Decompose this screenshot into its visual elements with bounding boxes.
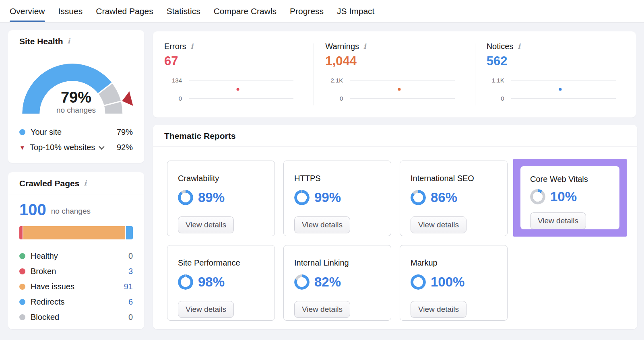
bar-segment-redirects[interactable] xyxy=(126,226,133,239)
view-details-button[interactable]: View details xyxy=(411,216,466,233)
green-dot-icon xyxy=(19,253,25,259)
site-health-value: 79% xyxy=(8,89,144,105)
legend-label: Healthy xyxy=(31,251,58,261)
report-card-international-seo: International SEO 86% View details xyxy=(400,161,508,236)
plot-area xyxy=(350,80,454,99)
crawled-pages-title: Crawled Pages xyxy=(19,179,79,188)
site-health-card: Site Health 79% no changes Your site 79%… xyxy=(8,30,144,163)
y-axis-labels: 1.1K 0 xyxy=(487,80,504,99)
legend-label: Broken xyxy=(31,267,56,276)
report-card-https: HTTPS 99% View details xyxy=(283,161,391,236)
warnings-stat: Warnings 1,044 2.1K 0 xyxy=(314,31,475,117)
red-triangle-icon: ▼ xyxy=(19,144,25,151)
site-health-gauge: 79% no changes xyxy=(8,60,144,122)
axis-min-label: 0 xyxy=(340,95,343,102)
crawled-total: 100 xyxy=(19,202,46,218)
info-icon[interactable] xyxy=(190,43,193,50)
view-details-button[interactable]: View details xyxy=(411,301,466,318)
tab-compare-crawls[interactable]: Compare Crawls xyxy=(214,0,277,22)
tab-overview[interactable]: Overview xyxy=(10,0,45,22)
score-donut-chart xyxy=(178,274,193,290)
data-point-dot xyxy=(237,88,239,91)
chevron-down-icon[interactable] xyxy=(99,144,105,150)
crawled-pages-legend: Healthy 0 Broken 3 Have issues 91 Redire… xyxy=(19,248,133,325)
blue-dot-icon xyxy=(19,129,25,135)
notices-count[interactable]: 562 xyxy=(487,54,636,68)
warnings-sparkline-chart: 2.1K 0 xyxy=(325,80,475,99)
notices-stat: Notices 562 1.1K 0 xyxy=(475,31,636,117)
report-title: Crawlability xyxy=(178,174,264,183)
legend-value: 92% xyxy=(117,143,133,152)
site-health-header: Site Health xyxy=(8,30,144,52)
legend-label: Top-10% websites xyxy=(30,143,95,152)
legend-value-link[interactable]: 91 xyxy=(124,282,133,291)
legend-row-blocked: Blocked 0 xyxy=(19,309,133,325)
thematic-reports-header: Thematic Reports xyxy=(153,125,637,147)
score-percent: 98% xyxy=(198,274,225,290)
view-details-button[interactable]: View details xyxy=(294,216,350,233)
tab-issues[interactable]: Issues xyxy=(58,0,83,22)
blue-dot-icon xyxy=(19,299,25,305)
report-card-core-web-vitals: Core Web Vitals 10% View details xyxy=(520,166,619,229)
site-health-change: no changes xyxy=(8,105,144,115)
report-title: Internal Linking xyxy=(294,258,380,268)
view-details-button[interactable]: View details xyxy=(294,301,350,318)
report-card-markup: Markup 100% View details xyxy=(400,245,508,321)
info-icon[interactable] xyxy=(68,38,70,45)
warnings-count[interactable]: 1,044 xyxy=(325,54,475,68)
legend-value-link[interactable]: 6 xyxy=(128,297,133,307)
report-card-internal-linking: Internal Linking 82% View details xyxy=(283,245,391,321)
score-donut-chart xyxy=(294,190,310,205)
info-icon[interactable] xyxy=(363,43,366,50)
errors-label: Errors xyxy=(164,42,186,51)
crawled-change: no changes xyxy=(51,207,91,218)
bar-segment-have-issues[interactable] xyxy=(23,226,125,239)
legend-label: Your site xyxy=(31,128,62,137)
legend-row-top10-websites[interactable]: ▼ Top-10% websites 92% xyxy=(19,140,133,155)
site-health-legend: Your site 79% ▼ Top-10% websites 92% xyxy=(8,122,144,155)
report-title: HTTPS xyxy=(294,174,380,183)
plot-area xyxy=(189,80,293,99)
errors-count[interactable]: 67 xyxy=(164,54,314,68)
axis-min-label: 0 xyxy=(501,95,504,102)
score-donut-chart xyxy=(294,274,310,290)
view-details-button[interactable]: View details xyxy=(530,212,586,229)
score-donut-chart xyxy=(178,190,193,205)
score-percent: 10% xyxy=(550,189,577,204)
bar-segment-broken[interactable] xyxy=(19,226,23,239)
crawled-total-row: 100 no changes xyxy=(19,202,133,218)
score-donut-chart xyxy=(411,190,426,205)
view-details-button[interactable]: View details xyxy=(178,216,234,233)
score-donut-chart xyxy=(411,274,426,290)
score-percent: 86% xyxy=(431,190,457,205)
crawled-pages-header: Crawled Pages xyxy=(8,172,144,194)
score-percent: 89% xyxy=(198,190,225,205)
axis-max-label: 2.1K xyxy=(330,77,343,84)
issue-stats-card: Errors 67 134 0 Warnings 1,044 2.1K 0 xyxy=(153,31,636,117)
axis-min-label: 0 xyxy=(179,95,182,102)
top-tab-bar: Overview Issues Crawled Pages Statistics… xyxy=(0,0,644,23)
crawled-pages-card: Crawled Pages 100 no changes Healthy 0 B… xyxy=(8,172,144,329)
tab-js-impact[interactable]: JS Impact xyxy=(337,0,374,22)
legend-label: Have issues xyxy=(31,282,74,291)
thematic-reports-grid: Crawlability 89% View details HTTPS 99% … xyxy=(153,147,637,321)
tab-statistics[interactable]: Statistics xyxy=(167,0,200,22)
tab-crawled-pages[interactable]: Crawled Pages xyxy=(96,0,153,22)
purple-highlight-annotation: Core Web Vitals 10% View details xyxy=(513,159,627,237)
gray-dot-icon xyxy=(19,314,25,320)
legend-label: Blocked xyxy=(31,313,59,322)
info-icon[interactable] xyxy=(518,43,520,50)
legend-row-your-site: Your site 79% xyxy=(19,124,133,140)
score-percent: 82% xyxy=(314,274,341,290)
info-icon[interactable] xyxy=(84,180,86,187)
legend-value: 0 xyxy=(128,251,133,261)
view-details-button[interactable]: View details xyxy=(178,301,234,318)
legend-value-link[interactable]: 3 xyxy=(128,267,133,276)
tab-progress[interactable]: Progress xyxy=(290,0,324,22)
legend-row-redirects: Redirects 6 xyxy=(19,294,133,309)
report-title: Core Web Vitals xyxy=(530,175,610,184)
legend-value: 79% xyxy=(117,128,133,137)
gauge-center-label: 79% no changes xyxy=(8,89,144,115)
thematic-reports-card: Thematic Reports Crawlability 89% View d… xyxy=(153,125,637,329)
y-axis-labels: 134 0 xyxy=(164,80,182,99)
